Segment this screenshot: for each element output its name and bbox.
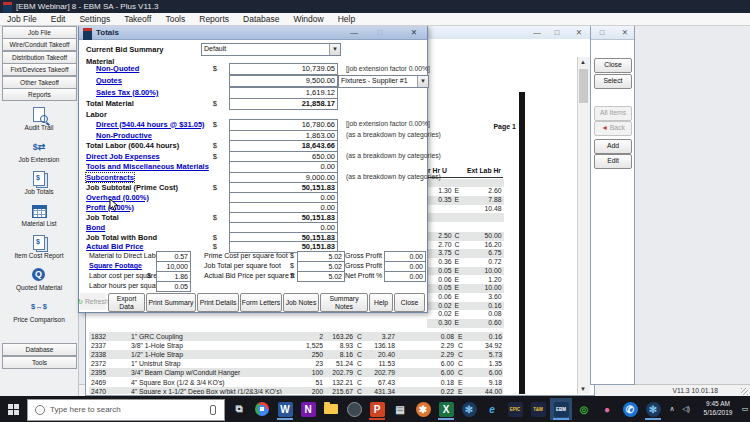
volume-icon[interactable]: ◁)	[679, 398, 693, 420]
sidebar-button-tools[interactable]: Tools	[2, 356, 77, 369]
link-bond[interactable]: Bond	[86, 223, 105, 232]
sidebar-button-reports[interactable]: Reports	[2, 88, 77, 101]
table-row[interactable]: 10.48	[427, 205, 504, 214]
link-direct-job-expenses[interactable]: Direct Job Expenses	[86, 152, 160, 161]
snowflake-app-icon[interactable]: ✻	[458, 398, 480, 420]
print-summary-button[interactable]: Print Summary	[146, 293, 196, 312]
edit-button[interactable]: Edit	[594, 154, 632, 169]
stat-value-actual-bid-price-per-square-ft[interactable]: 5.02	[297, 271, 345, 282]
report-vertical-scrollbar[interactable]: ▲ ▼	[577, 57, 590, 394]
menu-item-edit[interactable]: Edit	[44, 13, 73, 25]
word-icon[interactable]: W	[274, 398, 296, 420]
menu-item-help[interactable]: Help	[331, 13, 362, 25]
table-row[interactable]: 0.02E0.16	[427, 302, 504, 311]
action-center-icon[interactable]: ▭	[740, 398, 750, 420]
print-details-button[interactable]: Print Details	[197, 293, 239, 312]
sidebar-item-item-cost-report[interactable]: $Item Cost Report	[0, 234, 78, 264]
stat-value-netprofit[interactable]: 0.00	[384, 271, 426, 282]
sidebar-item-price-comparison[interactable]: $↔$Price Comparison	[0, 298, 78, 328]
sidebar-item-audit-trail[interactable]: Audit Trail	[0, 106, 78, 136]
close-button[interactable]: Close	[394, 293, 425, 312]
epic-app-icon[interactable]: EPIC	[504, 398, 526, 420]
menu-item-takeoff[interactable]: Takeoff	[117, 13, 158, 25]
scrollbar-thumb[interactable]	[579, 69, 588, 103]
file-explorer-icon[interactable]	[320, 398, 342, 420]
table-row[interactable]: 24694" Square Box (1/2 & 3/4 KO's)51132.…	[89, 378, 503, 387]
table-row[interactable]: 0.35E7.88	[427, 196, 504, 205]
link-non-productive[interactable]: Non-Productive	[96, 131, 152, 140]
table-row[interactable]: 23373/8" 1-Hole Strap1,5258.93C136.182.2…	[89, 341, 503, 350]
menu-item-settings[interactable]: Settings	[72, 13, 117, 25]
table-row[interactable]: 3.75C6.75	[427, 249, 504, 258]
sidebar-item-job-extension[interactable]: $⇄Job Extension	[0, 138, 78, 168]
stat-label-square-footage[interactable]: Square Footage	[89, 262, 142, 269]
table-row[interactable]: 0.36E0.72	[427, 258, 504, 267]
form-letters-button[interactable]: Form Letters	[240, 293, 282, 312]
ie-icon[interactable]: e	[481, 398, 503, 420]
summary-notes-button[interactable]: Summary Notes	[320, 293, 368, 312]
microphone-icon[interactable]	[210, 405, 216, 415]
table-row[interactable]: 2.70C16.20	[427, 241, 504, 250]
minimize-icon[interactable]: —	[347, 27, 361, 38]
table-row[interactable]: 0.05E10.00	[427, 284, 504, 293]
taskbar-clock[interactable]: 9:45 AM 5/16/2019	[695, 400, 741, 417]
table-row[interactable]: 2.50C50.00	[427, 232, 504, 241]
phone-app-icon[interactable]: ✆	[619, 398, 641, 420]
table-row[interactable]: 0.02E0.08	[427, 310, 504, 319]
menu-item-reports[interactable]: Reports	[192, 13, 236, 25]
browser-globe-icon[interactable]	[343, 398, 365, 420]
link-direct-540-44-hours-31-05[interactable]: Direct (540.44 hours @ $31.05)	[96, 120, 205, 129]
menu-item-tools[interactable]: Tools	[158, 13, 192, 25]
sidebar-button-wire-conduit-takeoff[interactable]: Wire/Conduit Takeoff	[2, 38, 77, 51]
sidebar-button-other-takeoff[interactable]: Other Takeoff	[2, 76, 77, 89]
table-row[interactable]: 0.05E10.00	[427, 267, 504, 276]
export-data-button[interactable]: Export Data	[108, 293, 145, 312]
close-button[interactable]: Close	[594, 58, 632, 73]
value-field-total-material[interactable]: 21,858.17	[229, 98, 338, 110]
menu-item-job-file[interactable]: Job File	[0, 13, 44, 25]
select-button[interactable]: Select	[594, 74, 632, 89]
sidebar-item-material-list[interactable]: Material List	[0, 202, 78, 232]
green-target-icon[interactable]: ◎	[573, 398, 595, 420]
table-row[interactable]: 0.06E1.20	[427, 276, 504, 285]
table-row[interactable]: 1.30E2.60	[427, 187, 504, 196]
sidebar-item-quoted-material[interactable]: QQuoted Material	[0, 266, 78, 296]
table-row[interactable]: 0.06E3.60	[427, 293, 504, 302]
chevron-down-icon[interactable]: ▼	[417, 76, 428, 87]
chrome-icon[interactable]	[251, 398, 273, 420]
menu-item-database[interactable]: Database	[236, 13, 286, 25]
onenote-icon[interactable]: N	[297, 398, 319, 420]
table-row[interactable]: 23953/4" Beam Clamp w/Conduit Hanger1002…	[89, 368, 503, 377]
hidden-icons-chevron[interactable]: ∧	[666, 398, 678, 420]
scroll-up-icon[interactable]: ▲	[580, 59, 586, 65]
menu-item-window[interactable]: Window	[286, 13, 330, 25]
maximize-icon[interactable]: □	[595, 27, 609, 38]
job-notes-button[interactable]: Job Notes	[283, 293, 319, 312]
sidebar-button-distribution-takeoff[interactable]: Distribution Takeoff	[2, 51, 77, 64]
table-row[interactable]: 24704" Square x 1-1/2" Deep Box w/bkt (1…	[89, 387, 503, 394]
value-field-non-quoted[interactable]: 10,739.05	[229, 63, 338, 75]
close-icon[interactable]: ✕	[618, 27, 632, 38]
sidebar-item-job-totals[interactable]: $Job Totals	[0, 170, 78, 200]
snowflake2-app-icon[interactable]: ✻	[642, 398, 664, 420]
brain-app-icon[interactable]: ●	[596, 398, 618, 420]
start-button[interactable]	[2, 398, 24, 420]
calculator-icon[interactable]: ▤	[389, 398, 411, 420]
powerpoint-icon[interactable]: P	[366, 398, 388, 420]
link-quotes[interactable]: Quotes	[96, 76, 122, 85]
sidebar-button-fixt-devices-takeoff[interactable]: Fixt/Devices Takeoff	[2, 63, 77, 76]
table-row[interactable]: 18321" GRC Coupling2163.26C3.270.08E0.16	[89, 332, 503, 341]
table-row[interactable]: 23721" Unistrut Strap2351.24C11.536.00C1…	[89, 359, 503, 368]
sidebar-button-job-file[interactable]: Job File	[2, 26, 77, 39]
table-row[interactable]: 23381/2" 1-Hole Strap2508.16C20.402.29C5…	[89, 350, 503, 359]
link-actual-bid-price[interactable]: Actual Bid Price	[86, 242, 144, 251]
link-non-quoted[interactable]: Non-Quoted	[96, 64, 139, 73]
link-sales-tax-8-00[interactable]: Sales Tax (8.00%)	[96, 88, 158, 97]
link-subcontracts[interactable]: Subcontracts	[86, 173, 134, 182]
value-field-sales-tax-8-00[interactable]: 1,619.12	[229, 87, 338, 99]
taskbar-search[interactable]: Type here to search	[27, 399, 225, 421]
close-icon[interactable]: ✕	[407, 27, 421, 38]
orange-app-icon[interactable]: ✱	[412, 398, 434, 420]
link-tools-and-miscellaneous-materials[interactable]: Tools and Miscellaneous Materials	[86, 162, 209, 171]
close-icon[interactable]: ✕	[572, 27, 586, 38]
